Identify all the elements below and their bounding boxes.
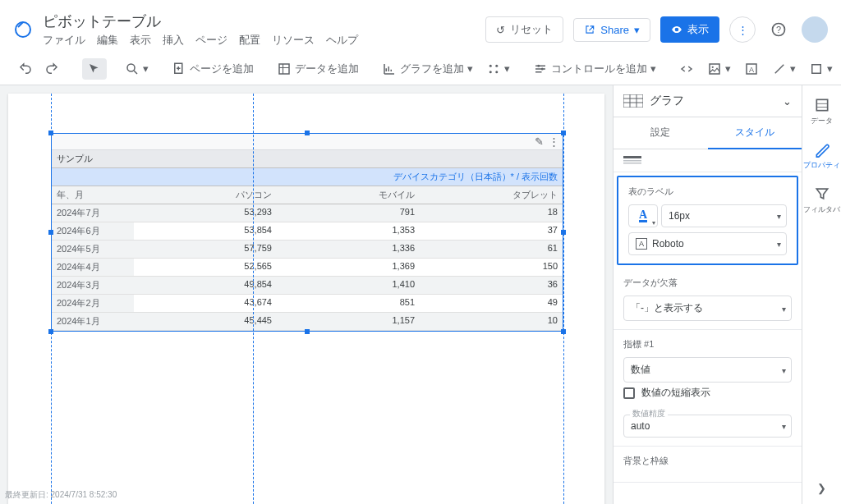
table-labels-section: 表のラベル A 16px A Roboto <box>617 176 798 265</box>
cell: 53,293 <box>134 204 277 222</box>
menu-resource[interactable]: リソース <box>272 33 315 48</box>
svg-text:A: A <box>749 65 754 73</box>
pivot-table-widget[interactable]: ✎ ⋮ サンプル デバイスカテゴリ（日本語）* / 表示回数 年、月パソコンモバ… <box>51 133 563 332</box>
menu-help[interactable]: ヘルプ <box>326 33 358 48</box>
row-label: 2024年4月 <box>52 259 134 277</box>
add-data-button[interactable]: データを追加 <box>272 58 364 80</box>
cell: 791 <box>277 204 420 222</box>
image-button[interactable]: ▾ <box>702 58 736 80</box>
pivot-grid: 年、月パソコンモバイルタブレット2024年7月53,293791182024年6… <box>52 186 563 331</box>
sidestrip-data[interactable]: データ <box>802 90 841 133</box>
svg-text:?: ? <box>776 25 781 34</box>
community-viz-button[interactable]: ▾ <box>481 58 515 80</box>
missing-data-dropdown[interactable]: 「-」と表示する <box>623 296 792 321</box>
cell: 37 <box>420 222 563 241</box>
undo-button[interactable] <box>13 58 38 80</box>
expand-panel-button[interactable]: ❯ <box>807 472 836 504</box>
svg-rect-20 <box>623 156 641 158</box>
avatar[interactable] <box>802 16 828 43</box>
menu-insert[interactable]: 挿入 <box>163 33 184 48</box>
metric-section: 指標 #1 数値 数値の短縮表示 数値精度 auto <box>614 330 802 447</box>
svg-point-0 <box>16 22 30 37</box>
selector-tool[interactable] <box>82 58 107 80</box>
menu-view[interactable]: 表示 <box>130 33 151 48</box>
svg-point-7 <box>495 64 498 66</box>
missing-data-section: データが欠落 「-」と表示する <box>614 268 802 330</box>
menu-file[interactable]: ファイル <box>43 33 85 48</box>
cell: 150 <box>420 259 563 277</box>
cell: 61 <box>420 241 563 259</box>
doc-title[interactable]: ピボットテーブル <box>43 11 485 31</box>
cell: 1,369 <box>277 259 420 277</box>
sidestrip-filters[interactable]: フィルタバ <box>802 179 841 222</box>
redo-button[interactable] <box>39 58 64 80</box>
view-button[interactable]: 表示 <box>660 16 719 43</box>
toolbar: ▾ ページを追加 データを追加 グラフを追加 ▾ ▾ コントロールを追加 ▾ ▾… <box>0 53 841 85</box>
cell: 851 <box>277 295 420 313</box>
canvas[interactable]: ✎ ⋮ サンプル デバイスカテゴリ（日本語）* / 表示回数 年、月パソコンモバ… <box>0 85 613 504</box>
cell: 49,854 <box>134 277 277 295</box>
reset-button[interactable]: ↺ リセット <box>485 16 563 43</box>
svg-rect-22 <box>623 163 641 164</box>
embed-button[interactable] <box>674 58 699 80</box>
svg-point-6 <box>489 64 492 66</box>
app-logo <box>13 20 33 39</box>
share-button[interactable]: Share ▾ <box>573 18 650 42</box>
row-label: 2024年3月 <box>52 277 134 295</box>
cell: 1,353 <box>277 222 420 241</box>
tab-settings[interactable]: 設定 <box>614 117 708 149</box>
tab-style[interactable]: スタイル <box>708 117 802 149</box>
menu-edit[interactable]: 編集 <box>97 33 118 48</box>
svg-rect-19 <box>623 94 643 108</box>
more-button[interactable]: ⋮ <box>729 16 756 43</box>
help-icon[interactable]: ? <box>765 16 792 43</box>
cell: 49 <box>420 295 563 313</box>
widget-more-icon[interactable]: ⋮ <box>549 135 559 148</box>
svg-point-3 <box>127 64 135 71</box>
svg-point-8 <box>489 71 492 73</box>
line-button[interactable]: ▾ <box>767 58 801 80</box>
cell: 18 <box>420 204 563 222</box>
menu-arrange[interactable]: 配置 <box>239 33 260 48</box>
add-page-button[interactable]: ページを追加 <box>167 58 259 80</box>
header-style-row[interactable] <box>614 149 802 172</box>
svg-rect-5 <box>279 64 289 74</box>
sidestrip-properties[interactable]: プロパティ <box>802 135 841 177</box>
cell: 1,157 <box>277 313 420 331</box>
row-label: 2024年5月 <box>52 241 134 259</box>
cell: 53,854 <box>134 222 277 241</box>
svg-point-10 <box>537 64 540 66</box>
font-color-picker[interactable]: A <box>628 204 658 227</box>
pivot-title: サンプル <box>52 150 563 168</box>
svg-point-9 <box>495 71 498 73</box>
font-icon: A <box>636 238 647 250</box>
report-page[interactable]: ✎ ⋮ サンプル デバイスカテゴリ（日本語）* / 表示回数 年、月パソコンモバ… <box>8 94 604 504</box>
font-size-dropdown[interactable]: 16px <box>661 204 787 227</box>
zoom-tool[interactable]: ▾ <box>120 58 154 80</box>
cell: 10 <box>420 313 563 331</box>
row-label: 2024年7月 <box>52 204 134 222</box>
properties-panel: グラフ ⌄ 設定 スタイル 表のラベル A 16px A Roboto データが… <box>613 85 802 504</box>
font-family-dropdown[interactable]: A Roboto <box>628 232 787 255</box>
chevron-down-icon: ⌄ <box>783 95 792 108</box>
edit-icon[interactable]: ✎ <box>535 135 544 148</box>
cell: 52,565 <box>134 259 277 277</box>
cell: 57,759 <box>134 241 277 259</box>
text-button[interactable]: A <box>739 58 764 80</box>
add-chart-button[interactable]: グラフを追加 ▾ <box>377 58 478 80</box>
metric-type-dropdown[interactable]: 数値 <box>623 357 792 383</box>
cell: 1,410 <box>277 277 420 295</box>
cell: 36 <box>420 277 563 295</box>
shape-button[interactable]: ▾ <box>804 58 838 80</box>
bg-border-section: 背景と枠線 <box>614 447 802 483</box>
chart-type-selector[interactable]: グラフ ⌄ <box>614 85 802 117</box>
compact-number-checkbox[interactable]: 数値の短縮表示 <box>623 383 792 403</box>
add-control-button[interactable]: コントロールを追加 ▾ <box>528 58 661 80</box>
cell: 43,674 <box>134 295 277 313</box>
svg-point-13 <box>712 66 714 67</box>
svg-rect-21 <box>623 160 641 162</box>
last-updated: 最終更新日: 2024/7/31 8:52:30 <box>5 489 117 501</box>
cell: 45,445 <box>134 313 277 331</box>
menu-bar: ファイル 編集 表示 挿入 ページ 配置 リソース ヘルプ <box>43 33 485 48</box>
menu-page[interactable]: ページ <box>195 33 227 48</box>
